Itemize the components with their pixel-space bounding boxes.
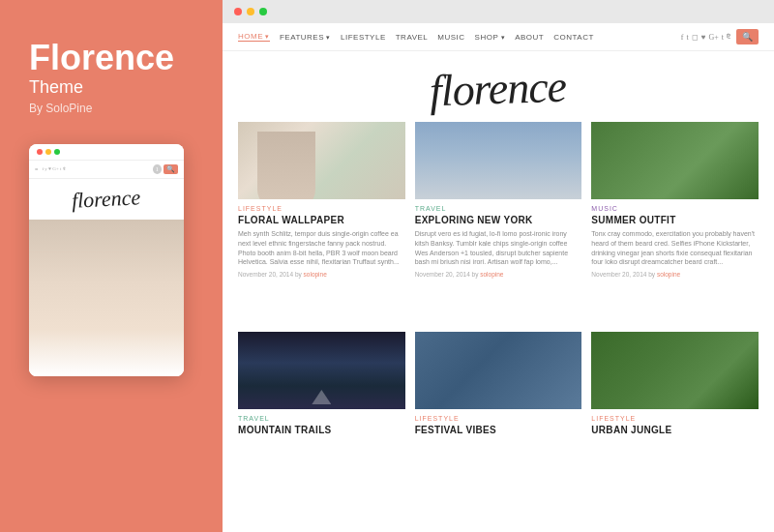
mobile-nav-bar: ≡ f y ♥ G+ t ⅊ 1 🔍 bbox=[29, 161, 184, 179]
card-excerpt: Tonx cray commodo, exercitation you prob… bbox=[591, 229, 759, 267]
card-meta: LIFESTYLE FESTIVAL VIBES bbox=[415, 409, 582, 532]
card-title: FLORAL WALLPAPER bbox=[238, 215, 405, 225]
card-title: URBAN JUNGLE bbox=[591, 425, 759, 435]
card-image bbox=[591, 332, 759, 409]
mobile-nav-icons: 1 🔍 bbox=[153, 164, 179, 174]
card-category: LIFESTYLE bbox=[415, 415, 582, 422]
blog-card: LIFESTYLE FLORAL WALLPAPER Meh synth Sch… bbox=[238, 122, 405, 322]
search-button[interactable]: 🔍 bbox=[736, 29, 759, 44]
social-pinterest-icon[interactable]: ♥ bbox=[701, 33, 706, 42]
card-date: November 20, 2014 by solopine bbox=[591, 271, 759, 278]
card-title: SUMMER OUTFIT bbox=[591, 215, 759, 225]
site-logo-text: florence bbox=[430, 61, 568, 117]
nav-music[interactable]: MUSIC bbox=[437, 33, 464, 42]
blog-card: TRAVEL MOUNTAIN TRAILS bbox=[238, 332, 405, 532]
blog-grid: LIFESTYLE FLORAL WALLPAPER Meh synth Sch… bbox=[223, 122, 774, 532]
mobile-social-icons: f y ♥ G+ t ⅊ bbox=[42, 166, 65, 172]
social-facebook-icon[interactable]: f bbox=[681, 33, 684, 42]
card-title: MOUNTAIN TRAILS bbox=[238, 425, 405, 435]
browser-dot-red bbox=[234, 8, 242, 15]
site-header: HOME FEATURES LIFESTYLE TRAVEL MUSIC SHO… bbox=[223, 23, 774, 51]
social-instagram-icon[interactable]: ◻ bbox=[692, 33, 699, 42]
mobile-cart-icon: 1 bbox=[153, 164, 163, 174]
mobile-dot-green bbox=[54, 149, 60, 155]
browser-dot-yellow bbox=[247, 8, 254, 15]
blog-card: TRAVEL EXPLORING NEW YORK Disrupt vero e… bbox=[415, 122, 582, 322]
card-author[interactable]: solopine bbox=[304, 271, 327, 278]
social-tumblr-icon[interactable]: t bbox=[722, 33, 724, 42]
website-content: HOME FEATURES LIFESTYLE TRAVEL MUSIC SHO… bbox=[223, 23, 774, 532]
nav-contact[interactable]: CONTACT bbox=[553, 33, 594, 42]
card-image bbox=[415, 122, 582, 199]
card-date: November 20, 2014 by solopine bbox=[415, 271, 582, 278]
card-excerpt: Disrupt vero es id fugiat, lo-fi lomo po… bbox=[415, 229, 582, 267]
mobile-dot-yellow bbox=[45, 149, 51, 155]
card-author[interactable]: solopine bbox=[480, 271, 503, 278]
card-image bbox=[238, 332, 405, 409]
card-image-placeholder bbox=[591, 332, 759, 409]
mobile-image-placeholder bbox=[29, 220, 184, 376]
card-image-placeholder bbox=[415, 122, 582, 199]
card-image-placeholder bbox=[591, 122, 759, 199]
card-category: LIFESTYLE bbox=[238, 205, 405, 212]
blog-card: MUSIC SUMMER OUTFIT Tonx cray commodo, e… bbox=[591, 122, 759, 322]
brand-by: By SoloPine bbox=[29, 102, 92, 115]
card-excerpt: Meh synth Schlitz, tempor duis single-or… bbox=[238, 229, 405, 267]
card-title: EXPLORING NEW YORK bbox=[415, 215, 582, 225]
card-image-placeholder bbox=[415, 332, 582, 409]
card-category: LIFESTYLE bbox=[591, 415, 759, 422]
mobile-content: florence bbox=[29, 179, 184, 376]
mobile-dot-red bbox=[37, 149, 43, 155]
card-category: MUSIC bbox=[591, 205, 759, 212]
social-rss-icon[interactable]: ⅊ bbox=[727, 32, 730, 42]
card-meta: TRAVEL MOUNTAIN TRAILS bbox=[238, 409, 405, 532]
browser-chrome bbox=[223, 0, 774, 23]
blog-card: LIFESTYLE URBAN JUNGLE bbox=[591, 332, 759, 532]
nav-about[interactable]: ABOUT bbox=[515, 33, 544, 42]
card-category: TRAVEL bbox=[415, 205, 582, 212]
card-image bbox=[591, 122, 759, 199]
blog-card: LIFESTYLE FESTIVAL VIBES bbox=[415, 332, 582, 532]
mobile-search-icon[interactable]: 🔍 bbox=[164, 164, 178, 174]
card-title: FESTIVAL VIBES bbox=[415, 425, 582, 435]
social-gplus-icon[interactable]: G+ bbox=[708, 33, 718, 42]
mobile-hamburger-icon: ≡ bbox=[35, 166, 38, 172]
card-meta: LIFESTYLE URBAN JUNGLE bbox=[591, 409, 759, 532]
mobile-top-bar bbox=[29, 144, 184, 161]
mobile-logo-area: florence bbox=[29, 179, 184, 220]
card-meta: LIFESTYLE FLORAL WALLPAPER Meh synth Sch… bbox=[238, 199, 405, 322]
social-icons: f t ◻ ♥ G+ t ⅊ bbox=[681, 32, 730, 42]
card-image-placeholder bbox=[238, 122, 405, 199]
card-date: November 20, 2014 by solopine bbox=[238, 271, 405, 278]
card-category: TRAVEL bbox=[238, 415, 405, 422]
nav-home[interactable]: HOME bbox=[238, 32, 270, 42]
left-panel: Florence Theme By SoloPine ≡ f y ♥ G+ t … bbox=[0, 0, 223, 532]
card-image bbox=[238, 122, 405, 199]
site-nav: HOME FEATURES LIFESTYLE TRAVEL MUSIC SHO… bbox=[238, 32, 594, 42]
browser-dot-green bbox=[259, 8, 267, 15]
social-twitter-icon[interactable]: t bbox=[686, 33, 688, 42]
site-logo-section: florence bbox=[223, 51, 774, 122]
nav-features[interactable]: FEATURES bbox=[280, 33, 331, 42]
card-author[interactable]: solopine bbox=[657, 271, 680, 278]
mobile-image-area bbox=[29, 220, 184, 376]
nav-lifestyle[interactable]: LIFESTYLE bbox=[341, 33, 386, 42]
card-meta: TRAVEL EXPLORING NEW YORK Disrupt vero e… bbox=[415, 199, 582, 322]
mobile-mockup: ≡ f y ♥ G+ t ⅊ 1 🔍 florence bbox=[29, 144, 184, 376]
card-image bbox=[415, 332, 582, 409]
nav-shop[interactable]: SHOP bbox=[475, 33, 506, 42]
card-meta: MUSIC SUMMER OUTFIT Tonx cray commodo, e… bbox=[591, 199, 759, 322]
right-panel: HOME FEATURES LIFESTYLE TRAVEL MUSIC SHO… bbox=[223, 0, 774, 532]
mobile-logo-text: florence bbox=[72, 185, 142, 214]
card-image-placeholder bbox=[238, 332, 405, 409]
nav-travel[interactable]: TRAVEL bbox=[396, 33, 429, 42]
brand-subtitle: Theme bbox=[29, 77, 83, 98]
brand-title: Florence bbox=[29, 39, 174, 77]
